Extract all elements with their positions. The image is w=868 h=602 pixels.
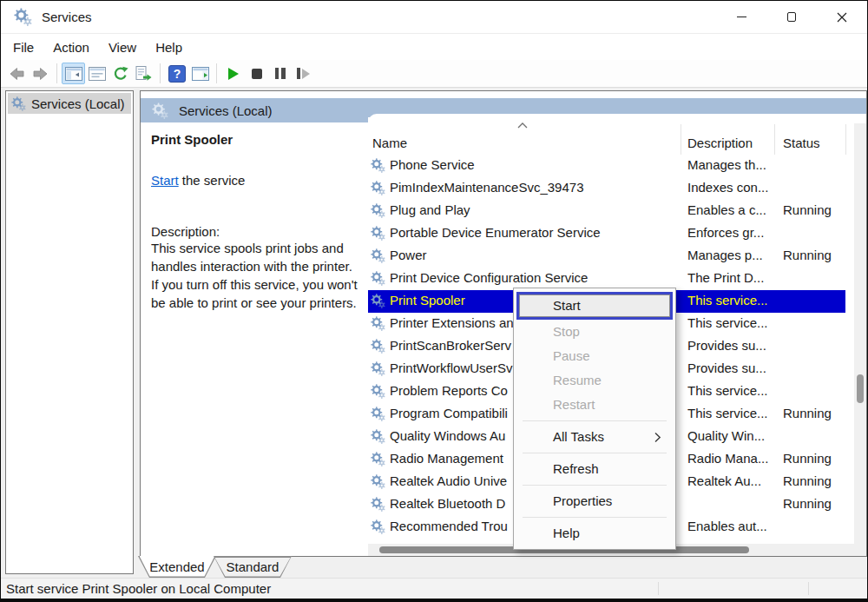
menu-bar: File Action View Help [1,35,867,60]
restart-service-button[interactable] [292,63,315,84]
context-menu-item-stop[interactable]: Stop [514,320,675,344]
tab-standard[interactable]: Standard [214,556,292,578]
service-row[interactable]: Portable Device Enumerator Service Enfor… [368,222,845,245]
service-name: Phone Service [390,157,475,172]
context-menu-item-properties[interactable]: Properties [514,489,675,513]
service-status: Running [783,496,832,511]
service-status: Running [783,406,832,420]
help-icon: ? [168,65,186,83]
back-button[interactable] [5,63,29,84]
description-label: Description: [151,224,358,239]
pause-service-button[interactable] [268,63,292,84]
service-description: Enables aut... [687,519,767,533]
context-menu-separator [523,453,667,453]
stop-service-button[interactable] [245,63,268,84]
column-separator[interactable] [681,124,681,155]
service-description: Provides su... [687,361,766,375]
console-tree-icon [65,67,82,81]
menu-file[interactable]: File [3,37,43,57]
tab-extended[interactable]: Extended [138,556,216,578]
column-header-description[interactable]: Description [687,136,753,150]
service-description: This service... [687,406,768,420]
content-area: Services (Local) Services (Local) Print … [1,88,867,579]
vertical-scrollbar-thumb[interactable] [857,374,864,403]
start-service-link[interactable]: Start [151,173,179,188]
view-tabs: Extended Standard [138,556,289,578]
menu-view[interactable]: View [99,37,146,57]
service-status: Running [783,451,832,466]
context-menu-item-label: All Tasks [553,429,604,444]
service-name: Realtek Audio Unive [390,473,507,488]
service-description: Radio Mana... [687,451,768,466]
status-text: Start service Print Spooler on Local Com… [6,581,271,596]
menu-action[interactable]: Action [43,37,99,57]
menu-help[interactable]: Help [146,37,192,57]
service-description: Provides su... [687,338,766,353]
toolbar-separator [216,63,217,83]
minimize-button[interactable] [716,1,766,33]
column-header-name[interactable]: Name [372,136,407,150]
vertical-scrollbar[interactable] [854,123,866,556]
export-list-button[interactable] [132,63,155,84]
svg-text:?: ? [173,67,181,81]
forward-button[interactable] [29,63,52,84]
export-list-icon [135,66,152,81]
service-status: Running [783,473,832,488]
pane-header-label: Services (Local) [179,103,273,118]
title-bar: Services [1,1,867,34]
context-menu-item-label: Resume [553,373,602,387]
service-description: Manages th... [687,157,766,172]
service-gear-icon [371,203,385,218]
service-name: Realtek Bluetooth D [390,496,505,511]
window-title: Services [42,10,92,24]
column-separator[interactable] [774,124,775,155]
context-menu-item-start[interactable]: Start [516,292,673,320]
context-menu-item-refresh[interactable]: Refresh [514,457,675,481]
context-menu-item-resume[interactable]: Resume [514,368,675,393]
service-row[interactable]: Phone Service Manages th... [368,155,845,177]
context-menu-item-pause[interactable]: Pause [514,344,675,368]
start-service-button[interactable] [221,63,245,84]
service-gear-icon [371,452,385,466]
close-icon [837,12,847,23]
service-description: Manages p... [687,248,763,262]
refresh-button[interactable] [108,63,132,84]
service-gear-icon [371,474,385,489]
maximize-button[interactable] [766,1,817,33]
service-description: Quality Win... [687,428,765,443]
column-header-status[interactable]: Status [783,136,820,150]
properties-button[interactable] [85,63,108,84]
service-row[interactable]: PimIndexMaintenanceSvc_39473 Indexes con… [368,177,845,200]
show-console-tree-button[interactable] [62,63,85,84]
help-button[interactable]: ? [165,63,188,84]
status-bar-separator [658,582,659,595]
service-row[interactable]: Plug and Play Enables a c... Running [368,200,845,222]
context-menu-item-restart[interactable]: Restart [514,393,675,417]
service-name: Power [390,248,427,262]
service-row[interactable]: Power Manages p... Running [368,245,845,268]
minimize-icon [737,17,746,17]
service-gear-icon [371,407,385,421]
toolbar: ? [1,60,867,88]
list-header: Name Description Status [368,117,853,155]
tree-item-services-local[interactable]: Services (Local) [8,93,131,114]
service-description: This service... [687,383,768,398]
service-action-line: Start the service [151,173,358,188]
services-node-icon [11,96,26,111]
action-pane-icon [192,67,209,81]
context-menu-item-label: Pause [553,348,590,363]
close-button[interactable] [817,1,867,33]
pause-service-icon [275,68,286,79]
context-menu-item-all-tasks[interactable]: All Tasks [514,425,675,449]
service-description: Realtek Au... [687,473,761,488]
service-gear-icon [371,429,385,444]
properties-icon [89,67,106,81]
service-gear-icon [371,497,385,512]
column-separator[interactable] [845,124,846,155]
service-name: Portable Device Enumerator Service [390,225,601,240]
service-gear-icon [371,519,385,534]
context-menu-item-help[interactable]: Help [514,521,675,546]
service-gear-icon [371,226,385,241]
show-action-pane-button[interactable] [188,63,212,84]
service-description: Indexes con... [687,180,768,195]
